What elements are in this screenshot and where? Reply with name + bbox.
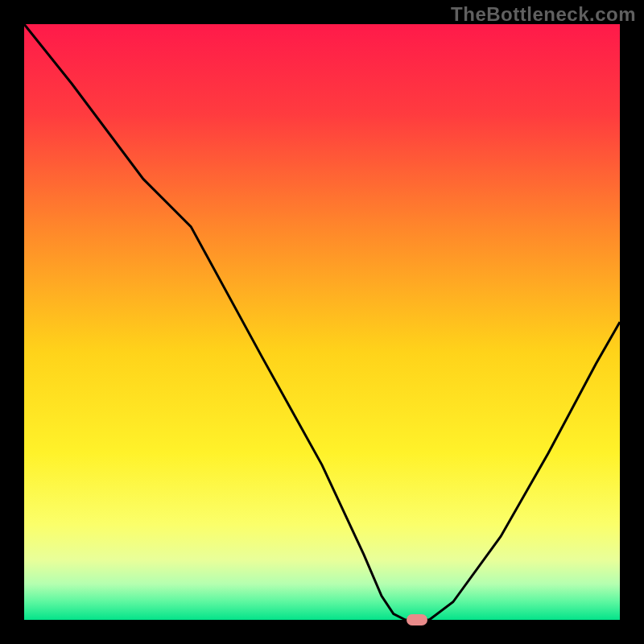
chart-plot-area [24,24,620,620]
watermark-text: TheBottleneck.com [451,3,636,26]
optimal-point-marker [407,614,427,625]
chart-frame: TheBottleneck.com [0,0,644,644]
chart-background-gradient [24,24,620,620]
chart-svg [24,24,620,620]
